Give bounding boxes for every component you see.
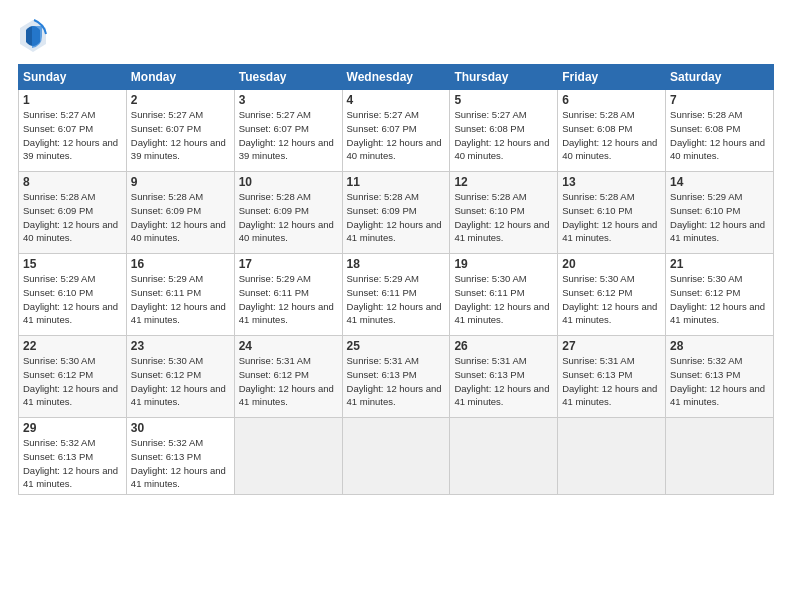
table-cell: 9 Sunrise: 5:28 AMSunset: 6:09 PMDayligh… bbox=[126, 172, 234, 254]
day-number: 25 bbox=[347, 339, 446, 353]
table-cell: 14 Sunrise: 5:29 AMSunset: 6:10 PMDaylig… bbox=[666, 172, 774, 254]
header-row: Sunday Monday Tuesday Wednesday Thursday… bbox=[19, 65, 774, 90]
day-number: 16 bbox=[131, 257, 230, 271]
logo bbox=[18, 18, 50, 54]
day-detail: Sunrise: 5:29 AMSunset: 6:11 PMDaylight:… bbox=[239, 273, 334, 325]
day-number: 29 bbox=[23, 421, 122, 435]
day-number: 17 bbox=[239, 257, 338, 271]
day-number: 2 bbox=[131, 93, 230, 107]
table-cell: 16 Sunrise: 5:29 AMSunset: 6:11 PMDaylig… bbox=[126, 254, 234, 336]
table-cell: 8 Sunrise: 5:28 AMSunset: 6:09 PMDayligh… bbox=[19, 172, 127, 254]
day-number: 5 bbox=[454, 93, 553, 107]
day-detail: Sunrise: 5:28 AMSunset: 6:09 PMDaylight:… bbox=[347, 191, 442, 243]
table-cell: 21 Sunrise: 5:30 AMSunset: 6:12 PMDaylig… bbox=[666, 254, 774, 336]
day-detail: Sunrise: 5:30 AMSunset: 6:11 PMDaylight:… bbox=[454, 273, 549, 325]
day-number: 23 bbox=[131, 339, 230, 353]
table-cell: 28 Sunrise: 5:32 AMSunset: 6:13 PMDaylig… bbox=[666, 336, 774, 418]
day-number: 9 bbox=[131, 175, 230, 189]
table-cell: 22 Sunrise: 5:30 AMSunset: 6:12 PMDaylig… bbox=[19, 336, 127, 418]
col-monday: Monday bbox=[126, 65, 234, 90]
logo-icon bbox=[18, 18, 48, 54]
table-cell: 30 Sunrise: 5:32 AMSunset: 6:13 PMDaylig… bbox=[126, 418, 234, 495]
table-cell: 18 Sunrise: 5:29 AMSunset: 6:11 PMDaylig… bbox=[342, 254, 450, 336]
day-detail: Sunrise: 5:31 AMSunset: 6:13 PMDaylight:… bbox=[562, 355, 657, 407]
day-detail: Sunrise: 5:32 AMSunset: 6:13 PMDaylight:… bbox=[131, 437, 226, 489]
day-number: 18 bbox=[347, 257, 446, 271]
table-cell: 2 Sunrise: 5:27 AMSunset: 6:07 PMDayligh… bbox=[126, 90, 234, 172]
day-number: 26 bbox=[454, 339, 553, 353]
table-cell: 26 Sunrise: 5:31 AMSunset: 6:13 PMDaylig… bbox=[450, 336, 558, 418]
day-number: 21 bbox=[670, 257, 769, 271]
day-detail: Sunrise: 5:28 AMSunset: 6:09 PMDaylight:… bbox=[23, 191, 118, 243]
table-cell bbox=[558, 418, 666, 495]
calendar-table: Sunday Monday Tuesday Wednesday Thursday… bbox=[18, 64, 774, 495]
day-detail: Sunrise: 5:29 AMSunset: 6:10 PMDaylight:… bbox=[670, 191, 765, 243]
day-detail: Sunrise: 5:30 AMSunset: 6:12 PMDaylight:… bbox=[670, 273, 765, 325]
day-detail: Sunrise: 5:31 AMSunset: 6:12 PMDaylight:… bbox=[239, 355, 334, 407]
day-detail: Sunrise: 5:27 AMSunset: 6:07 PMDaylight:… bbox=[23, 109, 118, 161]
day-number: 4 bbox=[347, 93, 446, 107]
day-number: 3 bbox=[239, 93, 338, 107]
col-friday: Friday bbox=[558, 65, 666, 90]
day-detail: Sunrise: 5:28 AMSunset: 6:08 PMDaylight:… bbox=[562, 109, 657, 161]
day-number: 30 bbox=[131, 421, 230, 435]
table-cell bbox=[450, 418, 558, 495]
day-detail: Sunrise: 5:31 AMSunset: 6:13 PMDaylight:… bbox=[347, 355, 442, 407]
col-saturday: Saturday bbox=[666, 65, 774, 90]
day-number: 22 bbox=[23, 339, 122, 353]
table-cell: 19 Sunrise: 5:30 AMSunset: 6:11 PMDaylig… bbox=[450, 254, 558, 336]
col-thursday: Thursday bbox=[450, 65, 558, 90]
day-detail: Sunrise: 5:28 AMSunset: 6:10 PMDaylight:… bbox=[454, 191, 549, 243]
day-number: 11 bbox=[347, 175, 446, 189]
table-cell: 3 Sunrise: 5:27 AMSunset: 6:07 PMDayligh… bbox=[234, 90, 342, 172]
day-detail: Sunrise: 5:29 AMSunset: 6:11 PMDaylight:… bbox=[347, 273, 442, 325]
day-detail: Sunrise: 5:32 AMSunset: 6:13 PMDaylight:… bbox=[670, 355, 765, 407]
table-cell: 17 Sunrise: 5:29 AMSunset: 6:11 PMDaylig… bbox=[234, 254, 342, 336]
table-cell: 4 Sunrise: 5:27 AMSunset: 6:07 PMDayligh… bbox=[342, 90, 450, 172]
day-number: 24 bbox=[239, 339, 338, 353]
col-tuesday: Tuesday bbox=[234, 65, 342, 90]
day-detail: Sunrise: 5:27 AMSunset: 6:07 PMDaylight:… bbox=[131, 109, 226, 161]
table-cell: 1 Sunrise: 5:27 AMSunset: 6:07 PMDayligh… bbox=[19, 90, 127, 172]
table-cell bbox=[234, 418, 342, 495]
day-number: 12 bbox=[454, 175, 553, 189]
day-detail: Sunrise: 5:30 AMSunset: 6:12 PMDaylight:… bbox=[562, 273, 657, 325]
day-number: 1 bbox=[23, 93, 122, 107]
table-cell bbox=[666, 418, 774, 495]
table-cell: 12 Sunrise: 5:28 AMSunset: 6:10 PMDaylig… bbox=[450, 172, 558, 254]
table-cell: 20 Sunrise: 5:30 AMSunset: 6:12 PMDaylig… bbox=[558, 254, 666, 336]
day-detail: Sunrise: 5:30 AMSunset: 6:12 PMDaylight:… bbox=[23, 355, 118, 407]
day-number: 6 bbox=[562, 93, 661, 107]
table-cell: 27 Sunrise: 5:31 AMSunset: 6:13 PMDaylig… bbox=[558, 336, 666, 418]
table-cell: 11 Sunrise: 5:28 AMSunset: 6:09 PMDaylig… bbox=[342, 172, 450, 254]
table-cell: 24 Sunrise: 5:31 AMSunset: 6:12 PMDaylig… bbox=[234, 336, 342, 418]
day-number: 27 bbox=[562, 339, 661, 353]
day-detail: Sunrise: 5:27 AMSunset: 6:07 PMDaylight:… bbox=[347, 109, 442, 161]
table-cell: 5 Sunrise: 5:27 AMSunset: 6:08 PMDayligh… bbox=[450, 90, 558, 172]
day-detail: Sunrise: 5:28 AMSunset: 6:10 PMDaylight:… bbox=[562, 191, 657, 243]
day-detail: Sunrise: 5:27 AMSunset: 6:08 PMDaylight:… bbox=[454, 109, 549, 161]
col-sunday: Sunday bbox=[19, 65, 127, 90]
col-wednesday: Wednesday bbox=[342, 65, 450, 90]
day-detail: Sunrise: 5:28 AMSunset: 6:09 PMDaylight:… bbox=[131, 191, 226, 243]
table-cell: 15 Sunrise: 5:29 AMSunset: 6:10 PMDaylig… bbox=[19, 254, 127, 336]
table-cell: 23 Sunrise: 5:30 AMSunset: 6:12 PMDaylig… bbox=[126, 336, 234, 418]
day-detail: Sunrise: 5:31 AMSunset: 6:13 PMDaylight:… bbox=[454, 355, 549, 407]
table-cell: 13 Sunrise: 5:28 AMSunset: 6:10 PMDaylig… bbox=[558, 172, 666, 254]
day-number: 14 bbox=[670, 175, 769, 189]
table-cell bbox=[342, 418, 450, 495]
day-number: 20 bbox=[562, 257, 661, 271]
day-number: 28 bbox=[670, 339, 769, 353]
day-detail: Sunrise: 5:29 AMSunset: 6:10 PMDaylight:… bbox=[23, 273, 118, 325]
day-number: 15 bbox=[23, 257, 122, 271]
day-number: 19 bbox=[454, 257, 553, 271]
day-number: 7 bbox=[670, 93, 769, 107]
header bbox=[18, 18, 774, 54]
table-cell: 7 Sunrise: 5:28 AMSunset: 6:08 PMDayligh… bbox=[666, 90, 774, 172]
table-cell: 10 Sunrise: 5:28 AMSunset: 6:09 PMDaylig… bbox=[234, 172, 342, 254]
day-detail: Sunrise: 5:32 AMSunset: 6:13 PMDaylight:… bbox=[23, 437, 118, 489]
table-cell: 29 Sunrise: 5:32 AMSunset: 6:13 PMDaylig… bbox=[19, 418, 127, 495]
table-cell: 6 Sunrise: 5:28 AMSunset: 6:08 PMDayligh… bbox=[558, 90, 666, 172]
day-detail: Sunrise: 5:28 AMSunset: 6:09 PMDaylight:… bbox=[239, 191, 334, 243]
page: Sunday Monday Tuesday Wednesday Thursday… bbox=[0, 0, 792, 612]
